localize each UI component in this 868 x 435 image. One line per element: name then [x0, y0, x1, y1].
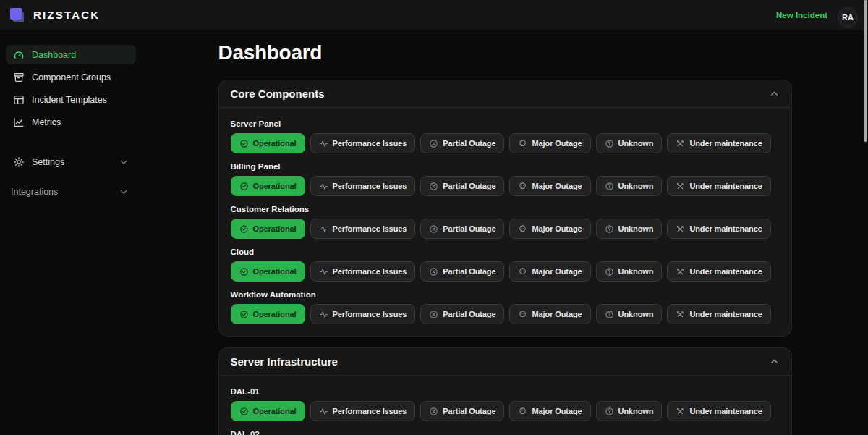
status-button-under-maintenance[interactable]: Under maintenance: [667, 176, 770, 196]
sidebar-item-incident-templates[interactable]: Incident Templates: [6, 90, 136, 109]
component-row-billing-panel: Billing Panel Operational Performance Is…: [231, 162, 780, 196]
group-card-server-infrastructure: Server Infrastructure DAL-01 Operational…: [218, 347, 792, 435]
status-button-under-maintenance[interactable]: Under maintenance: [667, 304, 770, 324]
status-button-operational[interactable]: Operational: [231, 304, 305, 324]
status-button-unknown[interactable]: Unknown: [596, 219, 663, 239]
sidebar-item-dashboard[interactable]: Dashboard: [6, 45, 136, 64]
status-button-major-outage[interactable]: Major Outage: [509, 261, 590, 282]
help-circle-icon: [605, 182, 614, 191]
group-card-core-components: Core Components Server Panel Operational…: [218, 80, 792, 337]
skull-icon: [518, 267, 527, 276]
group-header: Server Infrastructure: [219, 348, 791, 376]
vertical-scrollbar[interactable]: [864, 0, 867, 142]
component-row-server-panel: Server Panel Operational Performance Iss…: [231, 119, 780, 153]
check-circle-icon: [239, 139, 249, 148]
status-button-under-maintenance[interactable]: Under maintenance: [667, 133, 770, 153]
group-title: Server Infrastructure: [231, 355, 338, 368]
brand-logo-icon: [10, 7, 26, 24]
activity-icon: [319, 139, 328, 148]
status-button-major-outage[interactable]: Major Outage: [509, 176, 590, 196]
status-button-under-maintenance[interactable]: Under maintenance: [667, 219, 770, 239]
check-circle-icon: [239, 224, 249, 234]
status-button-performance-issues[interactable]: Performance Issues: [310, 401, 416, 421]
page-title: Dashboard: [218, 41, 792, 64]
help-circle-icon: [605, 407, 614, 416]
status-button-under-maintenance[interactable]: Under maintenance: [667, 401, 770, 421]
sidebar-item-metrics[interactable]: Metrics: [6, 112, 136, 132]
status-button-partial-outage[interactable]: Partial Outage: [420, 176, 504, 196]
sidebar-item-integrations[interactable]: Integrations: [6, 182, 136, 201]
status-button-performance-issues[interactable]: Performance Issues: [310, 219, 416, 239]
status-button-group: Operational Performance Issues Partial O…: [231, 219, 780, 239]
status-button-performance-issues[interactable]: Performance Issues: [310, 133, 416, 153]
sidebar: Dashboard Component Groups Incident Temp…: [0, 30, 142, 435]
chevron-down-icon: [119, 157, 129, 167]
component-name: Server Panel: [231, 119, 780, 129]
gauge-icon: [13, 49, 25, 61]
help-circle-icon: [605, 267, 614, 276]
layout-icon: [13, 94, 25, 106]
status-button-operational[interactable]: Operational: [231, 261, 305, 282]
status-button-operational[interactable]: Operational: [231, 219, 305, 239]
tools-icon: [676, 310, 685, 319]
status-button-operational[interactable]: Operational: [231, 133, 305, 153]
status-button-major-outage[interactable]: Major Outage: [509, 304, 590, 324]
status-button-partial-outage[interactable]: Partial Outage: [420, 219, 504, 239]
status-button-performance-issues[interactable]: Performance Issues: [310, 261, 416, 282]
sidebar-spacer: [6, 135, 136, 152]
check-circle-icon: [239, 267, 249, 276]
help-circle-icon: [605, 310, 614, 319]
chevron-up-icon[interactable]: [769, 88, 780, 99]
component-name: Billing Panel: [231, 162, 780, 172]
x-circle-icon: [429, 224, 438, 234]
status-button-group: Operational Performance Issues Partial O…: [231, 304, 780, 324]
component-row-workflow-automation: Workflow Automation Operational Performa…: [231, 290, 780, 324]
status-button-operational[interactable]: Operational: [231, 176, 305, 196]
activity-icon: [319, 182, 328, 191]
status-button-partial-outage[interactable]: Partial Outage: [420, 261, 504, 282]
sidebar-item-settings[interactable]: Settings: [6, 152, 136, 172]
status-button-unknown[interactable]: Unknown: [596, 176, 663, 196]
component-row-customer-relations: Customer Relations Operational Performan…: [231, 205, 780, 239]
status-button-major-outage[interactable]: Major Outage: [509, 133, 590, 153]
skull-icon: [518, 407, 527, 416]
status-button-unknown[interactable]: Unknown: [596, 401, 663, 421]
activity-icon: [319, 407, 328, 416]
status-button-group: Operational Performance Issues Partial O…: [231, 176, 780, 196]
tools-icon: [676, 407, 685, 416]
topbar-actions: New Incident RA: [776, 2, 858, 28]
sidebar-item-component-groups[interactable]: Component Groups: [6, 67, 136, 87]
archive-icon: [13, 72, 25, 83]
activity-icon: [319, 224, 328, 234]
status-button-unknown[interactable]: Unknown: [596, 133, 663, 153]
tools-icon: [676, 182, 685, 191]
status-button-under-maintenance[interactable]: Under maintenance: [667, 261, 770, 282]
status-button-major-outage[interactable]: Major Outage: [509, 219, 590, 239]
status-button-partial-outage[interactable]: Partial Outage: [420, 133, 504, 153]
gear-icon: [13, 156, 25, 168]
chart-icon: [13, 117, 25, 128]
user-avatar[interactable]: RA: [838, 7, 858, 28]
component-name: Workflow Automation: [231, 290, 780, 300]
status-button-partial-outage[interactable]: Partial Outage: [420, 304, 504, 324]
status-button-partial-outage[interactable]: Partial Outage: [420, 401, 504, 421]
status-button-unknown[interactable]: Unknown: [596, 261, 663, 282]
chevron-up-icon[interactable]: [769, 356, 780, 367]
status-button-performance-issues[interactable]: Performance Issues: [310, 304, 416, 324]
help-circle-icon: [605, 224, 614, 234]
status-button-performance-issues[interactable]: Performance Issues: [310, 176, 416, 196]
component-name: Customer Relations: [231, 205, 780, 214]
help-circle-icon: [605, 139, 614, 148]
status-button-major-outage[interactable]: Major Outage: [509, 401, 590, 421]
check-circle-icon: [239, 310, 249, 319]
new-incident-button[interactable]: New Incident: [776, 11, 827, 20]
component-name: Cloud: [231, 248, 780, 257]
group-title: Core Components: [231, 88, 325, 100]
status-button-operational[interactable]: Operational: [231, 401, 305, 421]
status-button-group: Operational Performance Issues Partial O…: [231, 133, 780, 153]
component-row-dal-02: DAL-02 Operational Performance Issues Pa…: [231, 430, 780, 435]
status-button-unknown[interactable]: Unknown: [596, 304, 663, 324]
skull-icon: [518, 224, 527, 234]
skull-icon: [518, 139, 527, 148]
skull-icon: [518, 182, 527, 191]
